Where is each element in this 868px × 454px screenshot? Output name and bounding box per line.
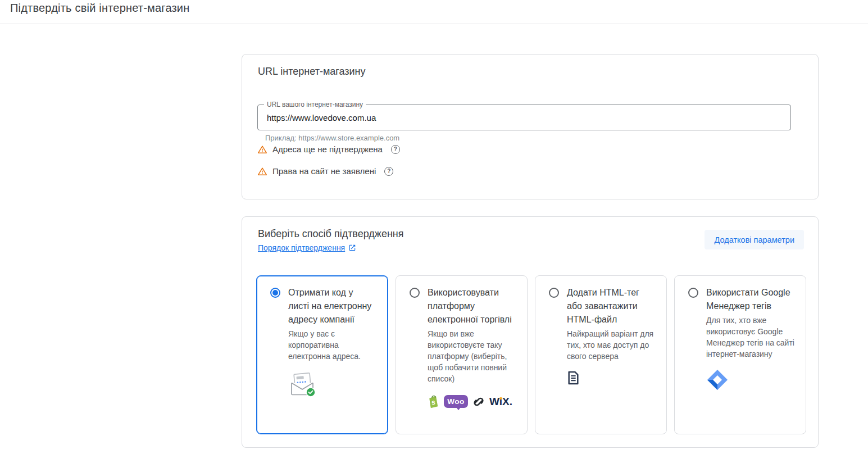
verification-options: Отримати код у листі на електронну адрес… xyxy=(256,275,806,434)
option-description: Якщо у вас є корпоративна електронна адр… xyxy=(288,328,376,362)
page-header: Підтвердіть свій інтернет-магазин xyxy=(0,0,868,24)
store-url-field-label: URL вашого інтернет-магазину xyxy=(264,101,366,108)
warning-icon xyxy=(257,167,267,176)
radio-html-tag-file[interactable] xyxy=(549,288,559,298)
warning-address-not-verified: Адреса ще не підтверджена ? xyxy=(257,144,400,154)
radio-ecommerce-platform[interactable] xyxy=(410,288,420,298)
verification-procedure-link-label: Порядок підтвердження xyxy=(258,243,345,252)
option-description: Для тих, хто вже використовує Google Мен… xyxy=(706,315,794,360)
option-title: Використати Google Менеджер тегів xyxy=(706,286,790,313)
url-card-title: URL інтернет-магазину xyxy=(258,66,366,78)
radio-email-code[interactable] xyxy=(270,288,280,298)
warning-text: Адреса ще не підтверджена xyxy=(272,144,383,154)
advanced-options-button[interactable]: Додаткові параметри xyxy=(705,230,804,249)
warning-text: Права на сайт не заявлені xyxy=(272,166,376,176)
help-icon[interactable]: ? xyxy=(391,145,400,154)
ecommerce-platform-logos: S Woo WiX. xyxy=(428,394,516,408)
option-email-code[interactable]: Отримати код у листі на електронну адрес… xyxy=(256,275,388,434)
option-description: Найкращий варіант для тих, хто має досту… xyxy=(567,328,655,362)
email-verified-icon xyxy=(288,371,376,399)
store-url-input[interactable] xyxy=(258,105,790,130)
warning-site-not-claimed: Права на сайт не заявлені ? xyxy=(257,166,393,176)
radio-google-tag-manager[interactable] xyxy=(688,288,698,298)
option-description: Якщо ви вже використовуєте таку платформ… xyxy=(428,328,516,384)
shopify-icon: S xyxy=(428,394,439,408)
option-title: Додати HTML-тег або завантажити HTML-фай… xyxy=(567,286,651,326)
squarespace-icon xyxy=(472,396,485,408)
warning-icon xyxy=(257,145,267,154)
google-tag-manager-icon xyxy=(706,369,794,393)
html-file-icon xyxy=(567,371,655,387)
method-card-title: Виберіть спосіб підтвердження xyxy=(258,228,404,240)
option-google-tag-manager[interactable]: Використати Google Менеджер тегів Для ти… xyxy=(674,275,806,434)
store-url-field-wrap: URL вашого інтернет-магазину xyxy=(257,105,791,130)
store-url-card: URL інтернет-магазину URL вашого інтерне… xyxy=(242,54,819,199)
woocommerce-icon: Woo xyxy=(444,395,468,408)
option-title: Отримати код у листі на електронну адрес… xyxy=(288,286,372,326)
external-link-icon xyxy=(348,244,356,252)
wix-icon: WiX. xyxy=(489,396,512,408)
option-title: Використовувати платформу електронної то… xyxy=(428,286,512,326)
verification-method-card: Виберіть спосіб підтвердження Порядок пі… xyxy=(242,216,819,448)
store-url-hint: Приклад: https://www.store.example.com xyxy=(265,134,399,142)
option-html-tag-file[interactable]: Додати HTML-тег або завантажити HTML-фай… xyxy=(535,275,667,434)
help-icon[interactable]: ? xyxy=(384,167,393,176)
page-title: Підтвердіть свій інтернет-магазин xyxy=(10,2,190,15)
verification-procedure-link[interactable]: Порядок підтвердження xyxy=(258,243,356,252)
option-ecommerce-platform[interactable]: Використовувати платформу електронної то… xyxy=(396,275,528,434)
header-divider xyxy=(0,24,868,24)
